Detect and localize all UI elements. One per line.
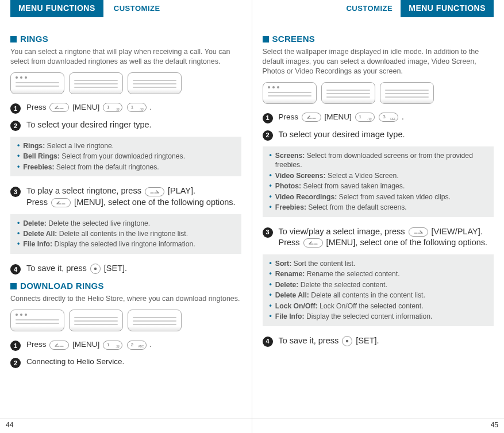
step-badge: 3 bbox=[263, 227, 273, 238]
step-text: Press [MENU] 1.,'@ 1.,'@ . bbox=[26, 102, 152, 113]
screen-thumbnail bbox=[10, 310, 64, 331]
section-title: SCREENS bbox=[272, 33, 316, 45]
step-3: 3 To view/play a select image, press [VI… bbox=[263, 226, 494, 249]
step-1: 1 Press [MENU] 1.,'@ 3DEF . bbox=[263, 112, 494, 123]
step-2: 2 To select your desired ringer type. bbox=[10, 119, 241, 131]
softkey-left-icon bbox=[302, 113, 321, 122]
step-4: 4 To save it, press [SET]. bbox=[10, 263, 241, 275]
step-text: To save it, press [SET]. bbox=[26, 263, 127, 275]
step-badge: 2 bbox=[10, 121, 21, 131]
step-text: To play a select ringtone, press [PLAY].… bbox=[26, 185, 236, 208]
softkey-left-icon bbox=[303, 238, 323, 248]
step-text: To select your desired ringer type. bbox=[26, 119, 152, 131]
step-text: Connecting to Helio Service. bbox=[26, 357, 124, 367]
screen-thumbnail bbox=[128, 310, 182, 331]
header-right: CUSTOMIZE MENU FUNCTIONS bbox=[263, 0, 494, 17]
rings-options: •Rings: Select a live ringtone. •Bell Ri… bbox=[10, 137, 241, 176]
softkey-left-icon bbox=[49, 341, 69, 350]
screen-thumbnail bbox=[380, 82, 434, 104]
step-text: Press [MENU] 1.,'@ 3DEF . bbox=[279, 112, 404, 122]
menu-functions-tab: MENU FUNCTIONS bbox=[10, 0, 103, 17]
step-3: 3 To play a select ringtone, press [PLAY… bbox=[10, 185, 241, 208]
ok-key-icon bbox=[90, 264, 101, 274]
customize-crumb: CUSTOMIZE bbox=[336, 0, 401, 14]
section-title: RINGS bbox=[20, 33, 48, 45]
square-bullet-icon bbox=[10, 36, 17, 42]
screen-thumbnail bbox=[263, 82, 317, 104]
screen-thumbnail bbox=[69, 72, 123, 94]
key-2-icon: 2ABC bbox=[127, 341, 147, 350]
step-text: To save it, press [SET]. bbox=[279, 335, 379, 347]
svg-point-1 bbox=[346, 340, 348, 342]
step-1: 1 Press [MENU] 1.,'@ 1.,'@ . bbox=[10, 102, 241, 114]
step-badge: 1 bbox=[10, 103, 21, 114]
download-intro: Connects directly to the Helio Store, wh… bbox=[10, 294, 241, 304]
step-badge: 4 bbox=[10, 264, 21, 275]
softkey-right-icon bbox=[409, 227, 428, 237]
step-badge: 2 bbox=[10, 358, 21, 368]
step-text: To select your desired image type. bbox=[279, 129, 405, 141]
page-number: 45 bbox=[491, 420, 498, 430]
screen-thumbnail bbox=[69, 310, 123, 331]
screens-intro: Select the wallpaper image displayed in … bbox=[263, 47, 494, 76]
key-3-icon: 3DEF bbox=[379, 113, 398, 122]
softkey-right-icon bbox=[145, 187, 164, 196]
softkey-left-icon bbox=[49, 103, 69, 112]
key-1-icon: 1.,'@ bbox=[103, 341, 122, 350]
screens-menu-options: •Sort: Sort the content list. •Rename: R… bbox=[263, 254, 494, 326]
step-2: 2 Connecting to Helio Service. bbox=[10, 357, 241, 368]
step-badge: 1 bbox=[263, 113, 273, 123]
step-badge: 4 bbox=[263, 337, 273, 347]
section-title: DOWNLOAD RINGS bbox=[20, 280, 104, 292]
square-bullet-icon bbox=[10, 283, 17, 289]
svg-point-0 bbox=[94, 268, 97, 270]
screen-thumbnail bbox=[128, 72, 182, 94]
page-number: 44 bbox=[6, 420, 13, 430]
rings-thumbnails bbox=[10, 72, 241, 94]
screen-thumbnail bbox=[10, 72, 64, 94]
screen-thumbnail bbox=[321, 82, 375, 104]
customize-crumb: CUSTOMIZE bbox=[103, 0, 168, 14]
square-bullet-icon bbox=[263, 36, 269, 42]
footer-rule bbox=[252, 419, 505, 419]
step-badge: 2 bbox=[263, 130, 273, 141]
step-2: 2 To select your desired image type. bbox=[263, 129, 494, 141]
key-1-icon: 1.,'@ bbox=[355, 113, 375, 122]
footer-rule bbox=[0, 419, 252, 419]
key-1-icon: 1.,'@ bbox=[103, 103, 122, 112]
rings-intro: You can select a ringtone that will play… bbox=[10, 47, 241, 67]
step-text: Press [MENU] 1.,'@ 2ABC . bbox=[26, 339, 152, 350]
rings-menu-options: •Delete: Delete the selected live ringto… bbox=[10, 214, 241, 254]
key-1-icon: 1.,'@ bbox=[127, 103, 147, 112]
step-text: To view/play a select image, press [VIEW… bbox=[279, 226, 488, 249]
screens-thumbnails bbox=[263, 82, 494, 104]
section-rings-head: RINGS bbox=[10, 33, 241, 45]
step-badge: 1 bbox=[10, 341, 21, 351]
screens-options: •Screens: Select from downloaded screens… bbox=[263, 146, 494, 217]
page-left: MENU FUNCTIONS CUSTOMIZE RINGS You can s… bbox=[0, 0, 252, 433]
menu-functions-tab: MENU FUNCTIONS bbox=[401, 0, 494, 17]
section-download-head: DOWNLOAD RINGS bbox=[10, 280, 241, 292]
step-4: 4 To save it, press [SET]. bbox=[263, 335, 494, 347]
step-1: 1 Press [MENU] 1.,'@ 2ABC . bbox=[10, 339, 241, 351]
step-badge: 3 bbox=[10, 187, 21, 197]
softkey-left-icon bbox=[51, 198, 71, 207]
ok-key-icon bbox=[342, 336, 352, 346]
page-right: CUSTOMIZE MENU FUNCTIONS SCREENS Select … bbox=[252, 0, 505, 433]
download-thumbnails bbox=[10, 310, 241, 331]
header-left: MENU FUNCTIONS CUSTOMIZE bbox=[10, 0, 241, 17]
section-screens-head: SCREENS bbox=[263, 33, 494, 45]
